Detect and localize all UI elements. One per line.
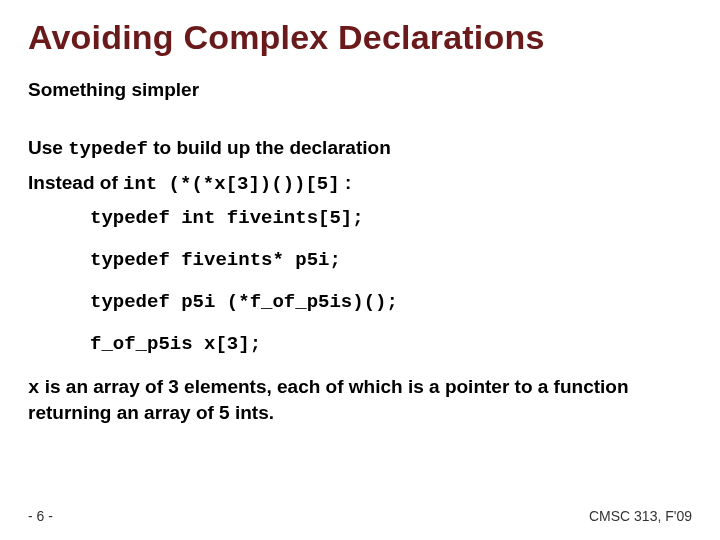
explain-var: x — [28, 377, 39, 399]
code-line-4: f_of_p5is x[3]; — [90, 333, 692, 355]
use-post: to build up the declaration — [148, 137, 391, 158]
slide-subtitle: Something simpler — [28, 79, 692, 101]
instead-line: Instead of int (*(*x[3])())[5] : — [28, 172, 692, 195]
code-line-1: typedef int fiveints[5]; — [90, 207, 692, 229]
code-block: typedef int fiveints[5]; typedef fiveint… — [90, 207, 692, 355]
course-code: CMSC 313, F'09 — [589, 508, 692, 524]
code-line-3: typedef p5i (*f_of_p5is)(); — [90, 291, 692, 313]
slide-title: Avoiding Complex Declarations — [28, 18, 692, 57]
instead-code: int (*(*x[3])())[5] — [123, 173, 340, 195]
slide: Avoiding Complex Declarations Something … — [0, 0, 720, 540]
explanation: x is an array of 3 elements, each of whi… — [28, 375, 692, 425]
use-pre: Use — [28, 137, 68, 158]
instead-pre: Instead of — [28, 172, 123, 193]
explain-rest: is an array of 3 elements, each of which… — [28, 376, 629, 423]
page-number: - 6 - — [28, 508, 53, 524]
typedef-keyword: typedef — [68, 138, 148, 160]
code-line-2: typedef fiveints* p5i; — [90, 249, 692, 271]
use-line: Use typedef to build up the declaration — [28, 137, 692, 160]
instead-post: : — [340, 172, 352, 193]
